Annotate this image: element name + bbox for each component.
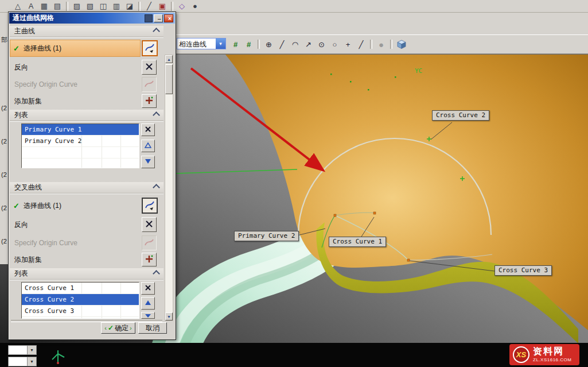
primary-select-label: 选择曲线 (1) [24,44,61,53]
origin-curve-icon [144,80,154,90]
chevron-down-icon[interactable]: ▾ [27,346,36,354]
end-point-icon[interactable]: ╱ [276,38,288,51]
primary-move-down-button[interactable] [141,156,155,168]
left-panel-item: (2 [1,204,7,211]
swatch-icon[interactable]: ▣ [156,1,169,11]
list-item[interactable]: Primary Curve 1 [22,124,139,136]
trim-icon[interactable]: ◫ [97,1,110,11]
snap-point-icon[interactable]: ⊕ [263,38,275,51]
cross-remove-button[interactable] [141,282,155,295]
list-item [22,147,139,159]
reverse-direction-icon [145,220,153,230]
cross-reverse-button[interactable] [142,217,157,232]
watermark-logo: XS [513,346,529,363]
select-curve-icon [145,43,155,55]
face-rule-icon[interactable]: # [229,38,242,51]
arrow-up-icon [145,299,151,308]
cross-move-up-button[interactable] [141,297,155,310]
chevron-down-icon[interactable]: ▾ [27,357,36,366]
corner-icon[interactable]: ◪ [123,1,136,11]
text-icon[interactable]: A [25,1,37,11]
primary-add-new-set-button[interactable] [142,94,157,108]
primary-select-curve-button[interactable] [142,40,158,56]
collapse-chevron-icon[interactable] [153,270,160,277]
view-combo-1[interactable]: ▾ [8,345,37,355]
primary-section-header[interactable]: 主曲线 [10,26,163,37]
mid-point-icon[interactable]: ◠ [289,38,301,51]
dialog-clip-icon[interactable] [145,14,153,22]
shaded-cube-icon[interactable] [395,38,407,51]
cross-select-row: ✓ 选择曲线 (1) [10,197,163,214]
primary-list-title: 列表 [14,110,28,120]
status-bar: ▾ ▾ XS 资料网 ZL.XS1616.COM [0,343,588,367]
intersection-icon[interactable]: ⊙ [316,38,328,51]
scroll-thumb[interactable] [165,64,173,94]
toolbar-separator [171,2,173,11]
chevron-down-icon[interactable]: ▾ [216,38,225,49]
style-icon[interactable]: ◇ [176,1,188,11]
primary-curve-2-label[interactable]: Primary Curve 2 [234,231,299,241]
list-item[interactable]: Cross Curve 3 [22,306,139,317]
primary-list-header[interactable]: 列表 [10,110,163,121]
tube-surface[interactable] [169,238,330,343]
stop-at-intersection-icon[interactable]: # [243,38,255,51]
primary-origin-row: Specify Origin Curve [10,76,163,92]
control-point-icon[interactable]: ↗ [302,38,314,51]
ok-button[interactable]: ‹ ✓ 确定 › [101,322,135,334]
list-item[interactable]: Cross Curve 1 [22,283,139,294]
toolbar-separator [138,2,141,11]
green-edge-curve[interactable] [176,169,297,173]
dialog-scrollbar[interactable]: ▲ ▼ [165,55,173,321]
cross-add-new-set-button[interactable] [142,253,157,266]
through-curve-mesh-dialog: 通过曲线网格 – × 主曲线 ✓ 选择曲线 (1) 反向 Specify Ori… [8,11,176,340]
primary-curve-list[interactable]: Primary Curve 1 Primary Curve 2 [21,123,139,168]
watermark-badge: XS 资料网 ZL.XS1616.COM [509,344,579,365]
profile-icon[interactable]: △ [11,1,24,11]
existing-point-icon[interactable]: ╱ [355,38,367,51]
cross-section-header[interactable]: 交叉曲线 [10,182,163,194]
rows-icon[interactable]: ▥ [110,1,123,11]
view-combo-2[interactable]: ▾ [8,357,37,366]
pattern-icon[interactable]: ▧ [84,1,96,11]
add-new-set-icon [145,254,154,265]
arc-center-icon[interactable]: ○ [329,38,341,51]
left-panel-item: (2 [1,105,7,111]
toolbar-separator [370,40,372,49]
cross-select-curve-button[interactable] [142,198,158,214]
sketch-pen-icon[interactable]: ╱ [143,1,155,11]
cross-move-down-button[interactable] [141,312,155,319]
grid-icon[interactable]: ▦ [38,1,50,11]
close-button[interactable]: × [164,14,173,22]
watermark-name: 资料网 [533,347,571,356]
minimize-button[interactable]: – [154,14,163,22]
collapse-chevron-icon[interactable] [153,28,160,35]
table-icon[interactable]: ▤ [51,1,64,11]
collapse-chevron-icon[interactable] [153,111,160,119]
arrow-down-icon [145,311,151,320]
curve-rule-combo[interactable]: 相连曲线 ▾ [177,38,226,49]
scroll-down-button[interactable]: ▼ [165,312,173,320]
cancel-button[interactable]: 取消 [138,322,167,334]
primary-section-title: 主曲线 [14,26,35,36]
point-on-curve-icon[interactable]: ● [375,38,387,51]
cross-list-header[interactable]: 列表 [10,268,163,280]
hatch-icon[interactable]: ▨ [71,1,83,11]
list-item[interactable]: Cross Curve 2 [22,294,139,306]
yc-axis-label: YC [415,67,422,75]
cross-curve-1-label[interactable]: Cross Curve 1 [329,237,386,247]
cross-curve-list[interactable]: Cross Curve 1 Cross Curve 2 Cross Curve … [21,282,139,319]
collapse-chevron-icon[interactable] [153,184,160,191]
list-item[interactable]: Primary Curve 2 [22,136,139,147]
dialog-titlebar[interactable]: 通过曲线网格 – × [9,13,175,24]
quadrant-point-icon[interactable]: + [342,38,354,51]
cross-curve-2-label[interactable]: Cross Curve 2 [432,110,489,121]
cross-curve-3-label[interactable]: Cross Curve 3 [494,265,552,276]
render-icon[interactable]: ● [189,1,201,11]
primary-move-up-button[interactable] [141,140,155,152]
scroll-up-button[interactable]: ▲ [165,55,173,63]
add-new-set-icon [145,96,154,107]
primary-remove-button[interactable] [141,123,155,136]
check-icon: ✓ [108,324,114,332]
primary-reverse-button[interactable] [142,60,157,75]
primary-origin-button [142,77,157,92]
